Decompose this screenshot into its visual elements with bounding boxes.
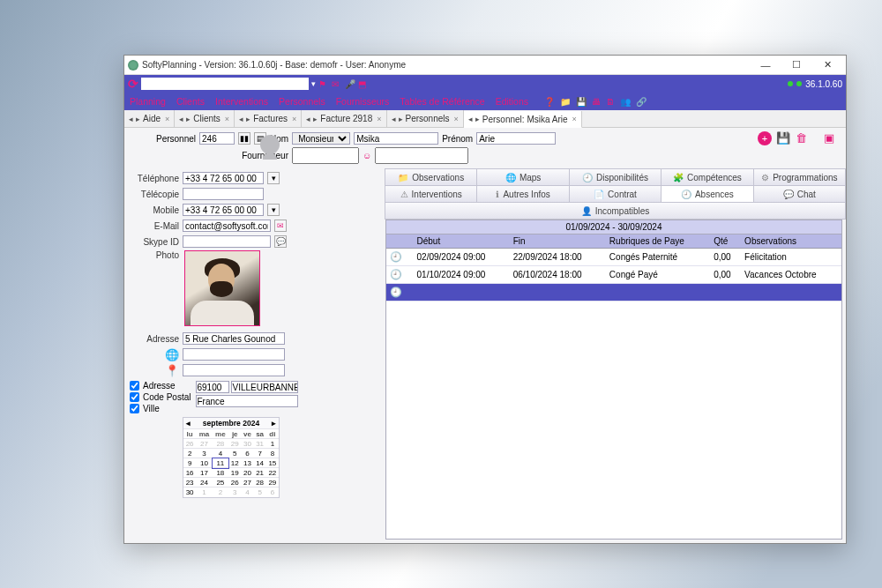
card-button[interactable]: ▣ (823, 131, 835, 144)
mic-icon[interactable]: 🎤 (345, 79, 355, 89)
tab-personnels[interactable]: ◂▸Personnels× (387, 110, 464, 127)
menu-clients[interactable]: Clients (176, 96, 205, 107)
civilite-select[interactable]: Monsieur (292, 132, 350, 145)
absences-table: DébutFinRubriques de PayeQtéObservations… (386, 234, 841, 301)
body: Téléphone ▾ Télécopie Mobile ▾ E-Mail ✉ … (124, 167, 846, 543)
map-pin-icon[interactable]: 📍 (130, 364, 179, 377)
calendar-grid[interactable]: lumamejevesadi 2627282930311234567891011… (183, 428, 279, 497)
print-icon[interactable]: 🖶 (592, 97, 601, 107)
adresse3-input[interactable] (183, 364, 285, 376)
minimize-button[interactable]: — (751, 57, 781, 73)
subtab-autres-infos[interactable]: ℹAutres Infos (476, 185, 569, 203)
chk-adresse[interactable]: Adresse (130, 381, 191, 391)
table-row[interactable]: 🕘02/09/2024 09:0022/09/2024 18:00Congés … (386, 249, 841, 266)
app-icon (128, 60, 138, 71)
subtab-maps[interactable]: 🌐Maps (476, 168, 569, 186)
cp-input[interactable] (196, 381, 229, 393)
command-bar: ⟳ ▾ ⚑ ✉ 🎤 ⬒ 36.1.0.60 (124, 75, 846, 93)
subtab-observations[interactable]: 📁Observations (385, 168, 477, 186)
close-button[interactable]: ✕ (812, 57, 842, 73)
subtab-chat[interactable]: 💬Chat (753, 185, 846, 203)
help-icon[interactable]: ❓ (544, 97, 555, 107)
clock-icon: 🕘 (390, 287, 402, 297)
maximize-button[interactable]: ☐ (781, 57, 811, 73)
nom-input[interactable] (354, 132, 438, 145)
subtab-programmations[interactable]: ⚙Programmations (753, 168, 846, 186)
dropdown-icon[interactable]: ▾ (311, 79, 316, 88)
header-fields: Personnel ▮▮ ▤ Nom Monsieur Prénom + 💾 🗑… (124, 128, 846, 145)
barcode-icon[interactable]: ▮▮ (238, 132, 250, 145)
mobile-dropdown-icon[interactable]: ▾ (267, 204, 280, 216)
tab-icon: 🕘 (681, 190, 691, 199)
skype-input[interactable] (183, 235, 271, 248)
tab-personnel-msika[interactable]: ◂▸Personnel: Msika Arie× (464, 111, 582, 128)
subtab-incompatibles[interactable]: 👤Incompatibles (385, 202, 846, 220)
tab-icon: ⚙ (761, 173, 769, 182)
link-icon[interactable]: 🔗 (636, 97, 647, 107)
fournisseur-name-input[interactable] (375, 147, 468, 164)
table-row-new[interactable]: 🕘 (386, 284, 841, 301)
save-button[interactable]: 💾 (777, 131, 789, 144)
skype-chat-icon[interactable]: 💬 (274, 235, 287, 248)
table-row[interactable]: 🕘01/10/2024 09:0006/10/2024 18:00Congé P… (386, 266, 841, 284)
tag-icon[interactable]: ⬒ (358, 79, 369, 89)
users-icon[interactable]: 👥 (620, 97, 631, 107)
status-area: 36.1.0.60 (788, 79, 842, 89)
tab-icon: 👤 (581, 206, 592, 216)
pays-input[interactable] (196, 395, 298, 407)
menu-tables[interactable]: Tables de Référence (400, 96, 484, 107)
smiley-icon[interactable]: ☺ (363, 151, 371, 160)
telecopie-input[interactable] (183, 188, 264, 200)
mail-icon[interactable]: ✉ (332, 79, 342, 89)
subtab-absences[interactable]: 🕘Absences (661, 185, 753, 203)
add-button[interactable]: + (758, 131, 772, 145)
chk-ville[interactable]: Ville (130, 404, 191, 413)
lbl-personnel: Personnel (156, 134, 196, 144)
tab-clients[interactable]: ◂▸Clients× (175, 110, 235, 127)
subtab-row-2: ⚠InterventionsℹAutres Infos📄Contrat🕘Abse… (385, 186, 846, 220)
ville-input[interactable] (231, 381, 298, 393)
globe-icon[interactable]: 🌐 (130, 348, 179, 361)
status-dot-icon (788, 81, 793, 86)
refresh-icon[interactable]: ⟳ (128, 78, 138, 90)
menu-personnels[interactable]: Personnels (279, 96, 325, 107)
contact-panel: Téléphone ▾ Télécopie Mobile ▾ E-Mail ✉ … (124, 167, 385, 543)
app-window: SoftyPlanning - Version: 36.1.0.60j - Ba… (123, 55, 847, 544)
tel-dropdown-icon[interactable]: ▾ (267, 172, 280, 184)
tab-facture2918[interactable]: ◂▸Facture 2918× (302, 110, 386, 127)
email-input[interactable] (183, 220, 271, 232)
flag-icon[interactable]: ⚑ (318, 79, 329, 89)
photo-box[interactable] (184, 250, 260, 326)
adresse-input[interactable] (183, 332, 285, 345)
menu-fournisseurs[interactable]: Fournisseurs (336, 96, 390, 107)
export-icon[interactable]: 🗎 (606, 97, 615, 107)
delete-button[interactable]: 🗑 (795, 131, 807, 144)
chk-codepostal[interactable]: Code Postal (130, 392, 191, 402)
fournisseur-input[interactable] (292, 147, 359, 164)
prenom-input[interactable] (476, 132, 556, 145)
folder-icon[interactable]: 📁 (560, 97, 571, 107)
address-input[interactable] (141, 78, 309, 90)
send-email-icon[interactable]: ✉ (274, 220, 287, 232)
tab-aide[interactable]: ◂▸Aide× (124, 110, 175, 127)
subtab-interventions[interactable]: ⚠Interventions (385, 185, 477, 203)
menu-planning[interactable]: Planning (130, 96, 166, 107)
cal-prev-icon[interactable]: ◂ (186, 419, 191, 428)
mobile-input[interactable] (183, 204, 264, 216)
detail-panel: 📁Observations🌐Maps🕘Disponibilités🧩Compét… (385, 167, 846, 543)
calendar[interactable]: ◂ septembre 2024 ▸ lumamejevesadi 262728… (183, 417, 280, 498)
tab-icon: ℹ (496, 190, 499, 199)
adresse2-input[interactable] (183, 348, 285, 361)
subtab-contrat[interactable]: 📄Contrat (569, 185, 662, 203)
menu-editions[interactable]: Editions (496, 96, 528, 107)
lbl-adresse: Adresse (130, 334, 179, 344)
tab-factures[interactable]: ◂▸Factures× (235, 110, 302, 127)
menu-interventions[interactable]: Interventions (215, 96, 268, 107)
lbl-telephone: Téléphone (130, 174, 179, 183)
save-icon[interactable]: 💾 (576, 97, 587, 107)
subtab-compétences[interactable]: 🧩Compétences (661, 168, 753, 186)
personnel-id-input[interactable] (199, 132, 235, 145)
subtab-disponibilités[interactable]: 🕘Disponibilités (569, 168, 662, 186)
telephone-input[interactable] (183, 172, 264, 184)
cal-next-icon[interactable]: ▸ (272, 419, 276, 428)
